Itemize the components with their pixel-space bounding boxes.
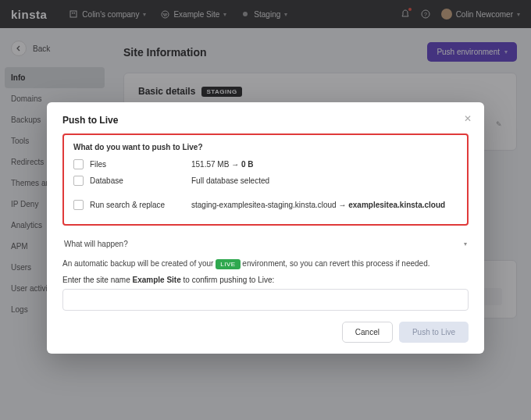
files-detail: 151.57 MB → 0 B [191, 160, 253, 169]
confirm-instruction: Enter the site name Example Site to conf… [62, 276, 469, 284]
what-will-happen-label: What will happen? [64, 240, 128, 248]
files-label: Files [90, 160, 191, 169]
search-replace-detail: staging-examplesitea-staging.kinsta.clou… [191, 201, 445, 209]
modal-title: Push to Live [62, 115, 469, 126]
what-will-happen-toggle[interactable]: What will happen? ▾ [62, 233, 469, 254]
database-option: Database Full database selected [73, 176, 458, 186]
close-icon[interactable]: ✕ [464, 113, 472, 124]
search-replace-option: Run search & replace staging-examplesite… [73, 200, 458, 210]
files-option: Files 151.57 MB → 0 B [73, 159, 458, 169]
database-detail: Full database selected [191, 176, 269, 185]
chevron-down-icon: ▾ [464, 240, 467, 247]
confirm-sitename-input[interactable] [62, 289, 469, 311]
live-badge: LIVE [216, 259, 240, 269]
modal-overlay: Push to Live ✕ What do you want to push … [0, 0, 531, 420]
push-options-highlight: What do you want to push to Live? Files … [62, 133, 469, 226]
cancel-button[interactable]: Cancel [342, 322, 393, 343]
backup-info: An automatic backup will be created of y… [62, 259, 469, 268]
search-replace-label: Run search & replace [90, 201, 191, 209]
push-to-live-modal: Push to Live ✕ What do you want to push … [47, 102, 484, 354]
database-checkbox[interactable] [73, 176, 84, 186]
push-to-live-button[interactable]: Push to Live [399, 322, 469, 343]
files-checkbox[interactable] [73, 159, 84, 169]
push-question: What do you want to push to Live? [73, 143, 458, 151]
database-label: Database [90, 176, 191, 185]
search-replace-checkbox[interactable] [73, 200, 84, 210]
